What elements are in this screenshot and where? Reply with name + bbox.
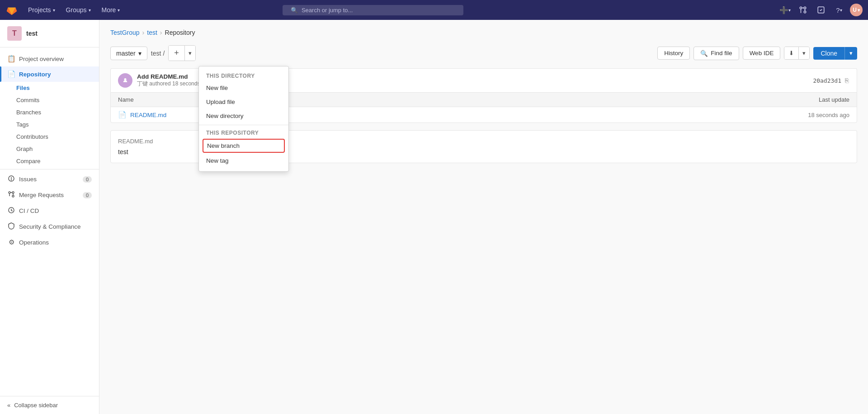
more-nav-item[interactable]: More ▾ [97, 4, 125, 16]
file-name[interactable]: README.md [130, 112, 166, 118]
commit-author: 丁键 [137, 80, 148, 87]
svg-point-8 [12, 195, 14, 197]
breadcrumb-testgroup[interactable]: TestGroup [110, 29, 140, 36]
dropdown-divider [199, 125, 288, 125]
dropdown-item-new-directory[interactable]: New directory [199, 109, 288, 123]
groups-chevron-icon: ▾ [89, 8, 91, 13]
sidebar-item-ci-cd[interactable]: CI / CD [0, 203, 99, 219]
dropdown-item-upload-file[interactable]: Upload file [199, 95, 288, 109]
ci-cd-icon [7, 207, 15, 215]
avatar-chevron-icon: ▾ [858, 8, 860, 13]
svg-point-0 [800, 7, 802, 9]
add-file-button-group: + ▾ [168, 45, 196, 61]
dropdown-section-this-repository: This repository [199, 127, 288, 138]
clone-dropdown-button[interactable]: ▾ [844, 47, 857, 60]
svg-point-11 [124, 78, 127, 80]
sidebar-item-repository[interactable]: 📄 Repository [0, 66, 99, 82]
project-name: test [26, 30, 38, 37]
sidebar-item-label: CI / CD [19, 207, 39, 214]
projects-chevron-icon: ▾ [53, 8, 55, 13]
sidebar-item-label: Repository [19, 71, 51, 78]
sidebar-divider-1 [0, 169, 99, 169]
plus-nav-icon[interactable]: ➕ ▾ [778, 3, 792, 17]
sidebar-item-issues[interactable]: Issues 0 [0, 171, 99, 187]
operations-icon: ⚙ [7, 238, 15, 246]
clone-button[interactable]: Clone [813, 47, 844, 60]
breadcrumb-test[interactable]: test [147, 29, 157, 36]
sidebar-item-project-overview[interactable]: 📋 Project overview [0, 51, 99, 66]
sidebar-item-label: Operations [19, 239, 49, 246]
add-file-main-button[interactable]: + [169, 46, 184, 61]
file-last-update: 18 seconds ago [808, 112, 849, 118]
download-button-group: ⬇ ▾ [784, 47, 810, 60]
branch-chevron-icon: ▾ [138, 50, 142, 57]
security-icon [7, 222, 15, 231]
svg-point-2 [804, 7, 806, 9]
dropdown-item-new-branch[interactable]: New branch [203, 139, 285, 153]
commit-hash-area: 20ad23d1 ⎘ [813, 76, 849, 85]
sidebar-subitem-files[interactable]: Files [16, 82, 99, 94]
issues-icon [7, 175, 15, 183]
download-dropdown-button[interactable]: ▾ [798, 47, 809, 59]
mr-badge: 0 [83, 192, 92, 198]
collapse-sidebar-button[interactable]: « Collapse sidebar [0, 396, 99, 414]
svg-point-1 [804, 11, 806, 13]
dropdown-section-this-directory: This directory [199, 70, 288, 81]
repository-icon: 📄 [7, 70, 15, 78]
gitlab-logo-area[interactable] [5, 4, 18, 16]
copy-hash-button[interactable]: ⎘ [844, 76, 849, 85]
project-avatar: T [7, 26, 22, 41]
breadcrumb-sep-2: › [160, 29, 162, 36]
plus-chevron-icon: ▾ [788, 8, 791, 13]
sidebar-project: T test [0, 20, 99, 47]
app-layout: T test 📋 Project overview 📄 Repository F… [0, 20, 868, 414]
path-segment: test / [151, 50, 165, 57]
add-file-dropdown-button[interactable]: ▾ [184, 46, 195, 61]
commit-author-avatar [118, 73, 132, 88]
commit-hash-value: 20ad23d1 [813, 77, 841, 84]
sidebar-item-label: Project overview [19, 56, 64, 62]
sidebar-item-label: Security & Compliance [19, 223, 81, 230]
top-nav: Projects ▾ Groups ▾ More ▾ 🔍 Search or j… [0, 0, 868, 20]
help-icon[interactable]: ? ▾ [832, 3, 846, 17]
gitlab-logo-icon [5, 4, 18, 16]
user-avatar[interactable]: U ▾ [850, 4, 863, 16]
sidebar-subitem-commits[interactable]: Commits [16, 94, 99, 106]
repository-subnav: Files Commits Branches Tags Contributors… [0, 82, 99, 167]
breadcrumb-sep-1: › [142, 29, 145, 36]
plus-icon: ➕ [779, 6, 788, 14]
todo-icon[interactable] [814, 3, 828, 17]
sidebar: T test 📋 Project overview 📄 Repository F… [0, 20, 99, 414]
branch-name: master [116, 50, 136, 57]
svg-point-6 [11, 180, 12, 180]
sidebar-item-operations[interactable]: ⚙ Operations [0, 235, 99, 250]
sidebar-subitem-tags[interactable]: Tags [16, 118, 99, 131]
sidebar-subitem-graph[interactable]: Graph [16, 143, 99, 155]
branch-selector[interactable]: master ▾ [110, 47, 147, 60]
help-chevron-icon: ▾ [840, 8, 842, 13]
find-file-button[interactable]: 🔍 Find file [693, 47, 739, 60]
project-overview-icon: 📋 [7, 55, 15, 63]
web-ide-button[interactable]: Web IDE [743, 47, 781, 60]
svg-point-7 [9, 192, 10, 193]
sidebar-item-merge-requests[interactable]: Merge Requests 0 [0, 187, 99, 203]
sidebar-subitem-contributors[interactable]: Contributors [16, 131, 99, 143]
merge-request-icon[interactable] [796, 3, 810, 17]
clone-button-group: Clone ▾ [813, 47, 857, 60]
groups-nav-item[interactable]: Groups ▾ [61, 4, 95, 16]
issues-badge: 0 [83, 176, 92, 183]
download-button[interactable]: ⬇ [784, 47, 798, 59]
projects-nav-item[interactable]: Projects ▾ [24, 4, 60, 16]
sidebar-subitem-compare[interactable]: Compare [16, 155, 99, 167]
breadcrumb: TestGroup › test › Repository [110, 29, 857, 36]
dropdown-item-new-tag[interactable]: New tag [199, 154, 288, 168]
sidebar-subitem-branches[interactable]: Branches [16, 106, 99, 118]
sidebar-item-security[interactable]: Security & Compliance [0, 219, 99, 235]
history-button[interactable]: History [657, 47, 690, 60]
dropdown-item-new-file[interactable]: New file [199, 81, 288, 95]
collapse-icon: « [7, 402, 10, 409]
file-icon: 📄 [118, 111, 127, 119]
search-bar[interactable]: 🔍 Search or jump to... [283, 5, 463, 15]
search-small-icon: 🔍 [700, 50, 708, 57]
add-file-dropdown-menu: This directory New file Upload file New … [198, 66, 289, 172]
